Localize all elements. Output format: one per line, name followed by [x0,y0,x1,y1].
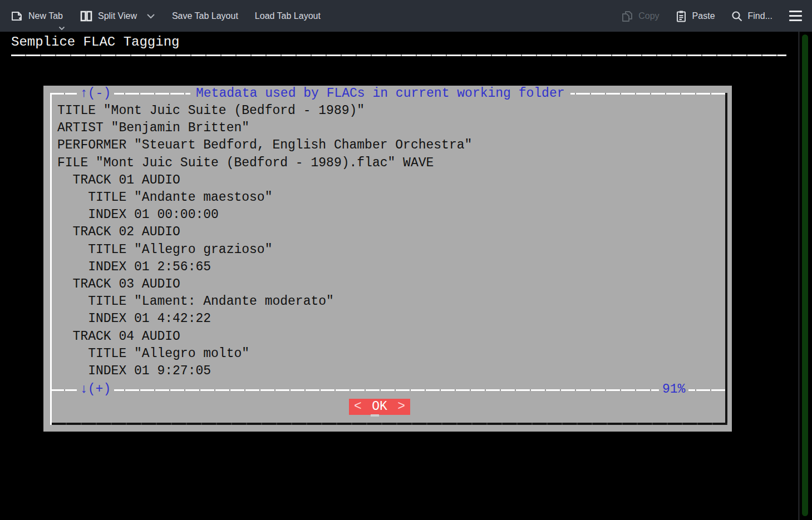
scroll-percentage: 91% [659,382,688,397]
ok-right-bracket: > [397,399,405,415]
metadata-dialog: ↑(-) Metadata used by FLACs in current w… [43,86,732,432]
new-tab-label: New Tab [28,11,63,21]
save-tab-layout-label: Save Tab Layout [172,11,238,21]
find-label: Find... [748,11,772,21]
split-view-button[interactable]: Split View [80,9,155,23]
menu-hamburger-icon[interactable] [788,8,803,23]
scroll-up-indicator: ↑(-) [77,86,114,101]
terminal-pane[interactable]: Semplice FLAC Tagging ↑(-) Metadata used… [0,32,812,520]
paste-label: Paste [692,11,715,21]
dialog-left-border [50,93,52,425]
load-tab-layout-label: Load Tab Layout [255,11,321,21]
save-tab-layout-button[interactable]: Save Tab Layout [172,11,238,21]
scroll-down-indicator: ↓(+) [77,382,114,397]
dialog-bottom-left-corner [50,423,52,425]
search-icon [731,10,743,22]
terminal-title-rule [11,55,786,56]
new-tab-icon [10,9,23,23]
toolbar-left-group: New Tab Split View [0,9,321,23]
terminal-cursor [371,414,379,417]
pane-separator [799,32,799,520]
ok-button[interactable]: < OK > [349,399,410,415]
toolbar-right-group: Copy Paste [621,8,812,23]
dialog-right-border [725,93,727,425]
split-view-icon [80,9,93,23]
load-tab-layout-button[interactable]: Load Tab Layout [255,11,321,21]
ok-left-bracket: < [354,399,362,415]
terminal-scrollbar[interactable] [802,34,808,516]
toolbar: New Tab Split View [0,0,812,32]
new-tab-chevron-down-icon[interactable] [58,26,65,31]
cue-metadata-text: TITLE "Mont Juic Suite (Bedford - 1989)"… [57,102,472,380]
dialog-title: Metadata used by FLACs in current workin… [190,86,570,101]
copy-icon [621,10,633,22]
new-tab-button[interactable]: New Tab [10,9,63,23]
ok-button-label: OK [372,399,387,415]
paste-icon [675,10,687,22]
terminal-title: Semplice FLAC Tagging [11,34,179,49]
paste-button[interactable]: Paste [675,10,715,22]
find-button[interactable]: Find... [731,10,772,22]
copy-button[interactable]: Copy [621,10,659,22]
dialog-footer-separator [50,389,725,391]
screen: New Tab Split View [0,0,812,520]
copy-label: Copy [638,11,659,21]
split-view-label: Split View [98,11,137,21]
dialog-bottom-border [52,423,727,425]
split-view-chevron-down-icon[interactable] [146,13,155,19]
